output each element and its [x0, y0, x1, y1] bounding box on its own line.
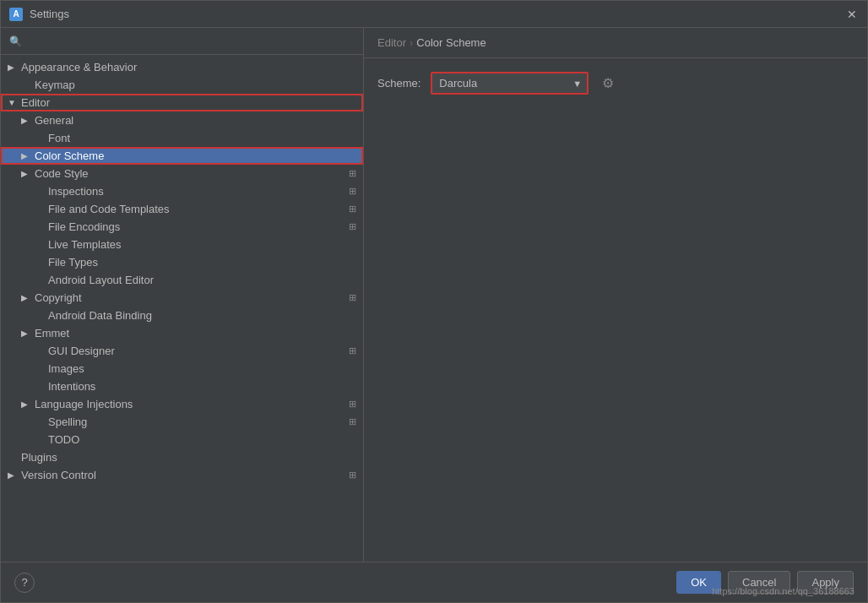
arrow-spacer [35, 133, 48, 143]
search-input[interactable] [27, 35, 355, 47]
right-panel: Editor › Color Scheme Scheme: Darcula De… [364, 28, 867, 562]
sidebar-item-general[interactable]: ▶ General [1, 111, 363, 129]
scheme-label: Scheme: [377, 77, 420, 90]
arrow-spacer [35, 187, 48, 196]
settings-icon: ⊞ [349, 416, 356, 427]
sidebar-item-label: Spelling [48, 416, 349, 428]
sidebar-item-label: File Encodings [48, 220, 349, 233]
left-panel: 🔍 ▶ Appearance & Behavior Keymap ▼ Edi [1, 28, 364, 562]
arrow-icon: ▶ [21, 329, 35, 338]
arrow-icon: ▼ [8, 98, 21, 107]
arrow-spacer [35, 275, 48, 285]
sidebar-item-label: Color Scheme [35, 149, 363, 162]
sidebar-item-label: Images [48, 362, 363, 375]
sidebar-item-color-scheme[interactable]: ▶ Color Scheme [1, 147, 363, 165]
sidebar-item-inspections[interactable]: Inspections ⊞ [1, 182, 363, 200]
sidebar-item-label: Font [48, 132, 363, 144]
scheme-select-wrapper: Darcula Default High Contrast ▼ [431, 72, 589, 95]
breadcrumb: Editor › Color Scheme [364, 28, 867, 58]
arrow-icon: ▶ [8, 470, 21, 480]
sidebar-item-file-encodings[interactable]: File Encodings ⊞ [1, 218, 363, 236]
sidebar-item-spelling[interactable]: Spelling ⊞ [1, 413, 363, 431]
arrow-spacer [35, 417, 48, 426]
sidebar-item-label: Copyright [35, 291, 349, 304]
sidebar-item-label: Emmet [35, 327, 363, 340]
sidebar-item-version-control[interactable]: ▶ Version Control ⊞ [1, 466, 363, 484]
arrow-spacer [35, 222, 48, 231]
arrow-icon: ▶ [21, 169, 35, 178]
app-icon: A [9, 8, 23, 21]
search-bar: 🔍 [1, 28, 363, 55]
sidebar-item-todo[interactable]: TODO [1, 431, 363, 448]
settings-icon: ⊞ [349, 345, 356, 356]
sidebar-item-label: Code Style [35, 167, 349, 180]
sidebar-item-gui-designer[interactable]: GUI Designer ⊞ [1, 342, 363, 360]
sidebar-item-label: Language Injections [35, 398, 349, 410]
settings-window: A Settings ✕ 🔍 ▶ Appearance & Behavior [0, 0, 868, 603]
gear-icon[interactable]: ⚙ [599, 72, 617, 95]
sidebar-item-images[interactable]: Images [1, 360, 363, 378]
sidebar-item-android-data[interactable]: Android Data Binding [1, 307, 363, 324]
sidebar-item-label: Inspections [48, 185, 349, 198]
settings-icon: ⊞ [349, 204, 356, 215]
arrow-spacer [35, 311, 48, 320]
help-button[interactable]: ? [14, 573, 35, 593]
settings-icon: ⊞ [349, 292, 356, 303]
sidebar-item-label: Editor [21, 96, 363, 109]
arrow-spacer [35, 364, 48, 373]
sidebar-item-label: TODO [48, 433, 363, 446]
settings-icon: ⊞ [349, 399, 356, 410]
sidebar-item-copyright[interactable]: ▶ Copyright ⊞ [1, 289, 363, 307]
sidebar-item-label: File Types [48, 256, 363, 269]
arrow-icon: ▶ [21, 151, 35, 160]
sidebar-item-language-injections[interactable]: ▶ Language Injections ⊞ [1, 395, 363, 413]
arrow-spacer [35, 346, 48, 356]
sidebar-item-font[interactable]: Font [1, 129, 363, 147]
sidebar-item-editor[interactable]: ▼ Editor [1, 94, 363, 111]
settings-icon: ⊞ [349, 168, 356, 179]
sidebar-item-appearance[interactable]: ▶ Appearance & Behavior [1, 58, 363, 76]
breadcrumb-parent: Editor [377, 36, 406, 49]
sidebar-item-label: Intentions [48, 380, 363, 393]
sidebar-item-label: File and Code Templates [48, 203, 349, 215]
sidebar-item-label: Android Layout Editor [48, 274, 363, 286]
sidebar-item-label: Live Templates [48, 238, 363, 251]
sidebar-item-label: Android Data Binding [48, 309, 363, 322]
main-content: 🔍 ▶ Appearance & Behavior Keymap ▼ Edi [1, 28, 867, 562]
sidebar-item-file-code-templates[interactable]: File and Code Templates ⊞ [1, 200, 363, 218]
arrow-icon: ▶ [21, 293, 35, 302]
sidebar-item-intentions[interactable]: Intentions [1, 378, 363, 395]
close-button[interactable]: ✕ [845, 8, 859, 21]
sidebar-item-plugins[interactable]: Plugins [1, 448, 363, 466]
sidebar-item-live-templates[interactable]: Live Templates [1, 236, 363, 253]
sidebar-item-keymap[interactable]: Keymap [1, 76, 363, 94]
sidebar-item-label: GUI Designer [48, 345, 349, 357]
sidebar-item-label: General [35, 114, 363, 127]
scheme-select[interactable]: Darcula Default High Contrast [432, 73, 567, 93]
arrow-spacer [21, 80, 35, 90]
sidebar-item-code-style[interactable]: ▶ Code Style ⊞ [1, 165, 363, 182]
arrow-spacer [35, 435, 48, 444]
sidebar-item-label: Version Control [21, 469, 349, 481]
settings-icon: ⊞ [349, 186, 356, 197]
arrow-icon: ▶ [21, 399, 35, 409]
scheme-row: Scheme: Darcula Default High Contrast ▼ … [364, 58, 867, 108]
window-title: Settings [30, 8, 69, 20]
watermark: https://blog.csdn.net/qq_36188663 [712, 586, 854, 596]
sidebar-item-emmet[interactable]: ▶ Emmet [1, 324, 363, 342]
title-bar: A Settings ✕ [1, 1, 867, 28]
arrow-icon: ▶ [8, 62, 21, 72]
sidebar-item-label: Keymap [35, 79, 363, 91]
arrow-spacer [35, 240, 48, 249]
arrow-spacer [35, 382, 48, 391]
sidebar-item-label: Plugins [21, 451, 363, 464]
breadcrumb-current: Color Scheme [416, 36, 486, 49]
sidebar-item-file-types[interactable]: File Types [1, 253, 363, 271]
settings-icon: ⊞ [349, 221, 356, 232]
arrow-icon: ▶ [21, 116, 35, 125]
arrow-spacer [8, 453, 21, 462]
arrow-spacer [35, 258, 48, 267]
sidebar-item-android-layout[interactable]: Android Layout Editor [1, 271, 363, 289]
tree-area: ▶ Appearance & Behavior Keymap ▼ Editor … [1, 55, 363, 562]
breadcrumb-separator: › [410, 36, 413, 49]
